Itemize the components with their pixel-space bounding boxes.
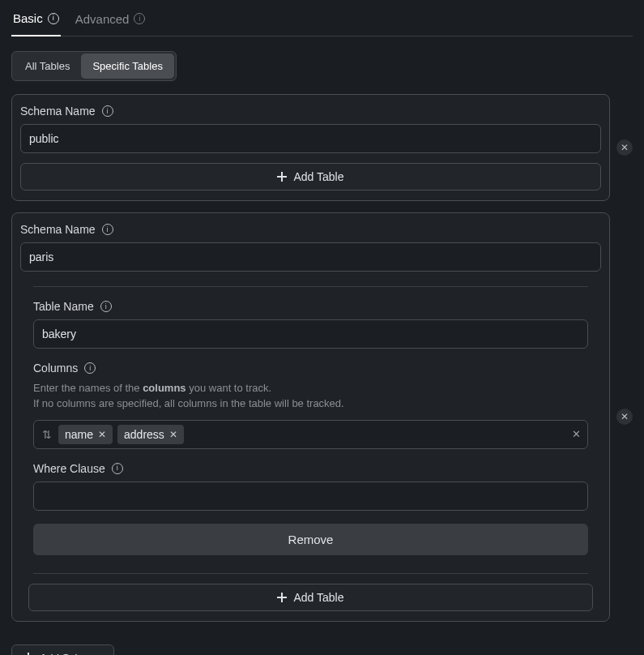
info-icon bbox=[102, 224, 113, 235]
add-table-label: Add Table bbox=[293, 591, 343, 604]
clear-all-tags-icon[interactable]: ✕ bbox=[572, 428, 581, 440]
field-label: Where Clause bbox=[33, 462, 588, 475]
where-clause-label: Where Clause bbox=[33, 462, 105, 475]
help-text-bold: columns bbox=[143, 382, 186, 394]
where-clause-input[interactable] bbox=[33, 482, 588, 511]
remove-schema-button[interactable]: ✕ bbox=[616, 139, 633, 156]
field-label: Columns bbox=[33, 362, 588, 375]
schema-row: Schema Name Table Name Columns Enter the… bbox=[11, 212, 633, 622]
table-block: Table Name Columns Enter the names of th… bbox=[33, 286, 588, 555]
column-tag-label: name bbox=[65, 428, 93, 441]
info-icon bbox=[48, 13, 59, 24]
schema-name-input[interactable] bbox=[20, 242, 601, 272]
columns-help-text: Enter the names of the columns you want … bbox=[33, 381, 588, 412]
tab-basic[interactable]: Basic bbox=[11, 0, 61, 36]
info-icon bbox=[102, 105, 113, 117]
segment-specific-tables[interactable]: Specific Tables bbox=[81, 54, 173, 79]
schema-name-label: Schema Name bbox=[20, 223, 96, 236]
help-text-part: If no columns are specified, all columns… bbox=[33, 397, 344, 409]
schema-card: Schema Name Table Name Columns Enter the… bbox=[11, 212, 610, 622]
help-text-part: you want to track. bbox=[186, 382, 272, 394]
divider bbox=[33, 573, 588, 574]
remove-tag-icon[interactable]: ✕ bbox=[169, 429, 177, 440]
schema-card: Schema Name Add Table bbox=[11, 94, 610, 201]
table-name-input[interactable] bbox=[33, 319, 588, 349]
info-icon bbox=[112, 463, 123, 474]
add-table-label: Add Table bbox=[293, 170, 343, 183]
schema-name-input[interactable] bbox=[20, 124, 601, 153]
add-table-button[interactable]: Add Table bbox=[28, 584, 593, 611]
columns-tags-input[interactable]: ⇅ name ✕ address ✕ ✕ bbox=[33, 420, 588, 449]
remove-schema-button[interactable]: ✕ bbox=[616, 409, 633, 425]
tab-basic-label: Basic bbox=[13, 11, 43, 25]
field-label: Schema Name bbox=[20, 105, 601, 118]
remove-table-button[interactable]: Remove bbox=[33, 524, 588, 555]
sort-handle-icon[interactable]: ⇅ bbox=[41, 428, 53, 441]
table-name-label: Table Name bbox=[33, 300, 94, 313]
column-tag: address ✕ bbox=[117, 425, 184, 444]
info-icon bbox=[100, 301, 112, 312]
columns-label: Columns bbox=[33, 362, 78, 375]
add-schema-button[interactable]: Add Schema bbox=[11, 644, 114, 655]
remove-tag-icon[interactable]: ✕ bbox=[98, 429, 106, 440]
tab-advanced-label: Advanced bbox=[75, 12, 130, 26]
table-scope-segmented: All Tables Specific Tables bbox=[11, 51, 177, 81]
schema-name-label: Schema Name bbox=[20, 105, 96, 118]
plus-icon bbox=[277, 172, 287, 182]
mode-tabs: Basic Advanced bbox=[11, 0, 633, 36]
field-label: Schema Name bbox=[20, 223, 601, 236]
info-icon bbox=[84, 362, 96, 374]
add-schema-label: Add Schema bbox=[40, 652, 102, 655]
tab-advanced[interactable]: Advanced bbox=[74, 0, 147, 36]
info-icon bbox=[134, 13, 145, 24]
column-tag: name ✕ bbox=[58, 425, 113, 444]
help-text-part: Enter the names of the bbox=[33, 382, 143, 394]
schema-row: Schema Name Add Table ✕ bbox=[11, 94, 633, 201]
plus-icon bbox=[277, 593, 287, 602]
add-table-button[interactable]: Add Table bbox=[20, 163, 601, 191]
segment-all-tables[interactable]: All Tables bbox=[14, 54, 81, 79]
column-tag-label: address bbox=[124, 428, 164, 441]
field-label: Table Name bbox=[33, 300, 588, 313]
